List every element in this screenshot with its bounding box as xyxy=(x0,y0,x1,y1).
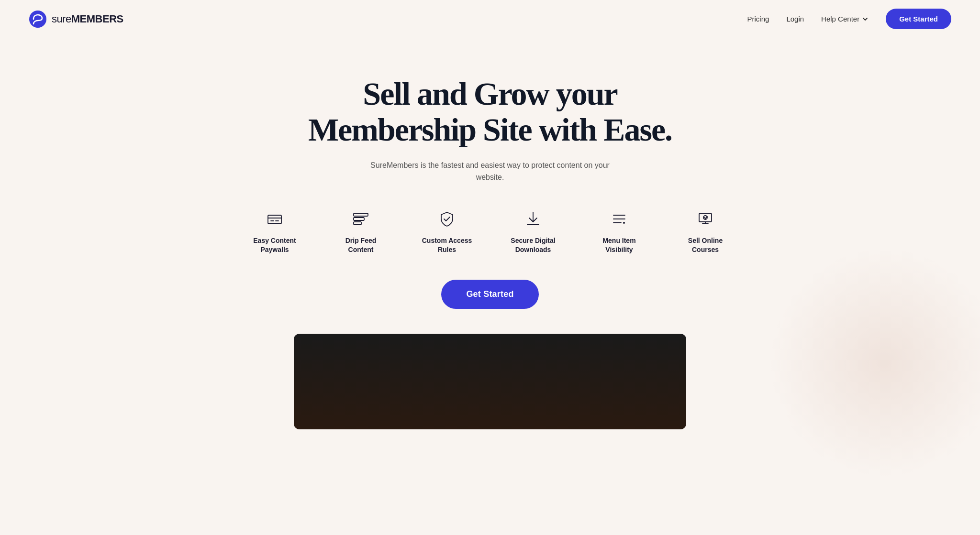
navigation: sureMEMBERS Pricing Login Help Center Ge… xyxy=(0,0,980,38)
menu-list-icon xyxy=(609,208,630,229)
svg-rect-6 xyxy=(354,218,364,220)
nav-pricing[interactable]: Pricing xyxy=(747,15,769,23)
nav-help-center[interactable]: Help Center xyxy=(821,15,869,23)
nav-login[interactable]: Login xyxy=(786,15,804,23)
svg-rect-7 xyxy=(354,222,361,225)
chevron-down-icon xyxy=(862,16,869,22)
hero-cta-section: Get Started xyxy=(441,280,538,309)
feature-online-courses: Sell OnlineCourses xyxy=(662,208,748,255)
feature-label-drip: Drip FeedContent xyxy=(345,236,377,255)
hero-section: Sell and Grow your Membership Site with … xyxy=(0,38,980,448)
drip-feed-icon xyxy=(350,208,371,229)
svg-rect-1 xyxy=(268,215,281,224)
features-row: Easy ContentPaywalls Drip FeedContent xyxy=(227,208,753,255)
feature-label-paywalls: Easy ContentPaywalls xyxy=(253,236,296,255)
svg-point-13 xyxy=(623,222,625,224)
feature-label-menu: Menu ItemVisibility xyxy=(602,236,635,255)
video-preview[interactable] xyxy=(294,334,686,429)
feature-easy-content-paywalls: Easy ContentPaywalls xyxy=(232,208,318,255)
nav-cta-button[interactable]: Get Started xyxy=(886,9,951,29)
logo-text: sureMEMBERS xyxy=(52,13,123,25)
paywall-icon xyxy=(264,208,285,229)
svg-rect-14 xyxy=(699,213,712,222)
logo[interactable]: sureMEMBERS xyxy=(29,10,123,28)
feature-drip-feed: Drip FeedContent xyxy=(318,208,404,255)
hero-subtitle: SureMembers is the fastest and easiest w… xyxy=(370,159,610,184)
hero-cta-button[interactable]: Get Started xyxy=(441,280,538,309)
feature-label-access: Custom AccessRules xyxy=(422,236,472,255)
logo-icon xyxy=(29,10,47,28)
download-icon xyxy=(523,208,544,229)
nav-links: Pricing Login Help Center Get Started xyxy=(747,9,951,29)
hero-title: Sell and Grow your Membership Site with … xyxy=(308,76,672,148)
svg-point-0 xyxy=(29,11,46,28)
feature-custom-access: Custom AccessRules xyxy=(404,208,490,255)
feature-menu-visibility: Menu ItemVisibility xyxy=(576,208,662,255)
feature-secure-downloads: Secure DigitalDownloads xyxy=(490,208,576,255)
feature-label-downloads: Secure DigitalDownloads xyxy=(511,236,555,255)
shield-check-icon xyxy=(436,208,457,229)
feature-label-courses: Sell OnlineCourses xyxy=(688,236,723,255)
svg-rect-5 xyxy=(354,213,368,216)
online-course-icon xyxy=(695,208,716,229)
video-overlay xyxy=(294,334,686,429)
